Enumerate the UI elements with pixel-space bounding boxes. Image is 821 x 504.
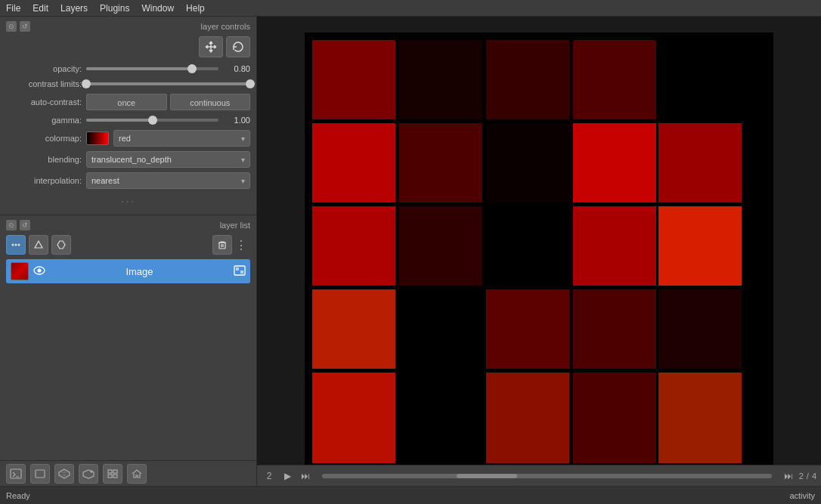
header-icons: ⊙ ↺ — [6, 21, 30, 32]
layer-lock-icon[interactable]: ⊙ — [6, 220, 17, 230]
colormap-value: red — [119, 134, 131, 143]
2d-button[interactable] — [30, 464, 50, 484]
svg-rect-26 — [486, 123, 569, 203]
interpolation-value: nearest — [91, 176, 119, 185]
colormap-label: colormap: — [6, 134, 82, 143]
contrast-slider[interactable] — [86, 79, 250, 89]
svg-rect-25 — [399, 123, 482, 203]
frame-info: 2 / 4 — [799, 472, 816, 481]
auto-contrast-buttons: once continuous — [86, 94, 250, 110]
svg-rect-17 — [108, 475, 112, 478]
shapes-tool-button[interactable] — [29, 235, 48, 255]
layer-type-icon — [234, 265, 246, 278]
auto-contrast-row: auto-contrast: once continuous — [6, 94, 250, 110]
gamma-row: gamma: 1.00 — [6, 115, 250, 125]
lock-icon[interactable]: ⊙ — [6, 21, 17, 32]
svg-rect-10 — [240, 271, 243, 274]
interpolation-label: interpolation: — [6, 176, 82, 185]
terminal-button[interactable] — [6, 464, 26, 484]
skip-end-right-button[interactable]: ⏭ — [781, 468, 796, 484]
svg-rect-35 — [573, 289, 656, 369]
svg-rect-28 — [658, 123, 742, 203]
svg-marker-3 — [35, 241, 42, 248]
svg-rect-12 — [36, 470, 45, 478]
3d-button[interactable] — [54, 464, 74, 484]
layer-controls-section: ⊙ ↺ layer controls — [0, 17, 256, 215]
layer-controls-title: layer controls — [201, 22, 250, 31]
svg-rect-33 — [312, 289, 395, 369]
menu-help[interactable]: Help — [180, 2, 211, 15]
main-canvas-image — [293, 32, 785, 471]
svg-rect-22 — [486, 40, 569, 119]
frame-current: 2 — [799, 472, 804, 481]
interpolation-dropdown[interactable]: nearest ▾ — [86, 172, 250, 189]
layer-list-header-icons: ⊙ ↺ — [6, 220, 30, 230]
menu-window[interactable]: Window — [135, 2, 180, 15]
colormap-dropdown[interactable]: red ▾ — [113, 130, 250, 147]
svg-marker-4 — [57, 241, 65, 249]
interpolation-row: interpolation: nearest ▾ — [6, 172, 250, 189]
layer-refresh-icon[interactable]: ↺ — [20, 220, 30, 230]
home-button[interactable] — [127, 464, 147, 484]
svg-point-1 — [15, 244, 17, 246]
rotate-button[interactable] — [226, 36, 250, 57]
colormap-dropdown-arrow: ▾ — [241, 135, 245, 143]
canvas-area[interactable]: 2 ▶ ⏭ ⏭ 2 / 4 — [257, 17, 821, 486]
play-button[interactable]: ▶ — [280, 468, 295, 484]
gamma-slider[interactable] — [86, 115, 218, 125]
delete-layer-button[interactable] — [212, 235, 232, 255]
blending-dropdown[interactable]: translucent_no_depth ▾ — [86, 151, 250, 168]
layer-controls-header: ⊙ ↺ layer controls — [6, 21, 250, 32]
opacity-label: opacity: — [6, 64, 82, 73]
frame-separator: / — [807, 472, 809, 481]
svg-rect-20 — [312, 40, 395, 119]
opacity-slider[interactable] — [86, 63, 218, 74]
svg-point-2 — [18, 244, 20, 246]
contrast-row: contrast limits: — [6, 79, 250, 89]
layer-name: Image — [50, 266, 229, 277]
svg-rect-21 — [399, 40, 482, 119]
canvas-bottom-bar: 2 ▶ ⏭ ⏭ 2 / 4 — [257, 465, 821, 486]
opacity-row: opacity: 0.80 — [6, 63, 250, 74]
refresh-icon[interactable]: ↺ — [20, 21, 30, 32]
layer-list-header: ⊙ ↺ layer list — [6, 220, 250, 230]
svg-rect-23 — [573, 40, 656, 119]
menu-file[interactable]: File — [0, 2, 26, 15]
dots-separator: ··· — [6, 193, 250, 210]
layer-visibility-icon[interactable] — [33, 266, 45, 277]
layer-kebab-menu[interactable]: ⋮ — [232, 238, 250, 252]
svg-rect-29 — [312, 206, 395, 286]
menu-edit[interactable]: Edit — [26, 2, 54, 15]
svg-point-7 — [38, 268, 42, 272]
auto-once-button[interactable]: once — [86, 94, 167, 110]
svg-rect-37 — [312, 373, 395, 463]
svg-rect-27 — [573, 123, 656, 203]
gamma-value: 1.00 — [223, 116, 250, 125]
interpolation-dropdown-arrow: ▾ — [241, 177, 245, 185]
menu-plugins[interactable]: Plugins — [94, 2, 135, 15]
menu-layers[interactable]: Layers — [54, 2, 94, 15]
frame-total: 4 — [812, 472, 816, 481]
blending-value: translucent_no_depth — [91, 155, 172, 164]
opacity-value: 0.80 — [223, 64, 250, 73]
svg-rect-15 — [108, 470, 112, 473]
svg-rect-40 — [658, 373, 742, 463]
3d-plus-button[interactable] — [79, 464, 98, 484]
layer-toolbar-row: ⋮ — [6, 235, 250, 255]
grid-button[interactable] — [103, 464, 122, 484]
main-area: ⊙ ↺ layer controls — [0, 17, 821, 486]
transform-buttons — [6, 36, 250, 57]
blending-row: blending: translucent_no_depth ▾ — [6, 151, 250, 168]
playback-slider[interactable] — [322, 474, 772, 478]
svg-rect-18 — [113, 475, 117, 478]
svg-rect-38 — [486, 373, 569, 463]
svg-rect-31 — [573, 206, 656, 286]
auto-continuous-button[interactable]: continuous — [170, 94, 251, 110]
layer-item[interactable]: Image — [6, 259, 250, 283]
left-panel: ⊙ ↺ layer controls — [0, 17, 257, 486]
skip-end-button[interactable]: ⏭ — [298, 468, 313, 484]
move-button[interactable] — [199, 36, 223, 57]
labels-tool-button[interactable] — [51, 235, 71, 255]
activity-label: activity — [789, 491, 815, 500]
points-tool-button[interactable] — [6, 235, 26, 255]
